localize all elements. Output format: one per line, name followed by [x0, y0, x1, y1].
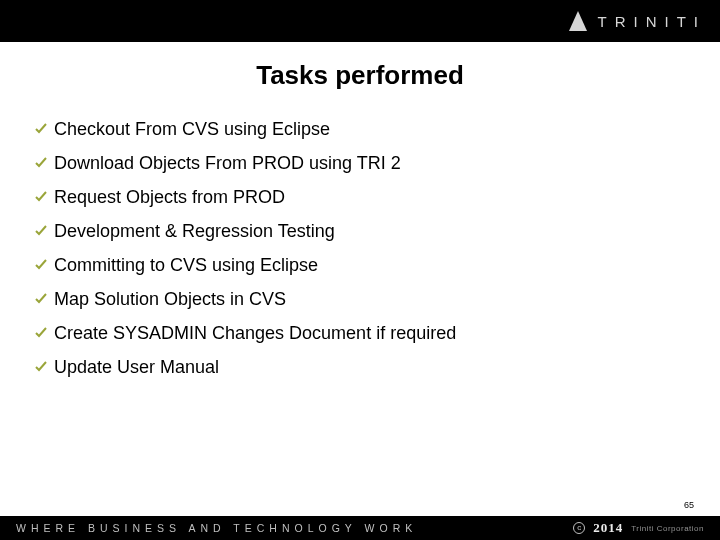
list-item: Checkout From CVS using Eclipse: [34, 118, 686, 140]
check-icon: [34, 256, 48, 274]
footer-tagline: WHERE BUSINESS AND TECHNOLOGY WORK: [16, 522, 417, 534]
brand-triangle-icon: [568, 9, 588, 33]
check-icon: [34, 120, 48, 138]
list-item-text: Download Objects From PROD using TRI 2: [54, 152, 401, 174]
footer-bar: WHERE BUSINESS AND TECHNOLOGY WORK c 201…: [0, 516, 720, 540]
check-icon: [34, 188, 48, 206]
list-item: Development & Regression Testing: [34, 220, 686, 242]
list-item: Download Objects From PROD using TRI 2: [34, 152, 686, 174]
task-list: Checkout From CVS using Eclipse Download…: [34, 118, 686, 390]
copyright-icon: c: [573, 522, 585, 534]
footer-year: 2014: [593, 520, 623, 536]
list-item: Request Objects from PROD: [34, 186, 686, 208]
svg-marker-0: [569, 11, 587, 31]
list-item-text: Map Solution Objects in CVS: [54, 288, 286, 310]
brand: TRINITI: [568, 0, 707, 42]
check-icon: [34, 222, 48, 240]
list-item-text: Create SYSADMIN Changes Document if requ…: [54, 322, 456, 344]
list-item: Create SYSADMIN Changes Document if requ…: [34, 322, 686, 344]
check-icon: [34, 324, 48, 342]
list-item: Committing to CVS using Eclipse: [34, 254, 686, 276]
list-item-text: Update User Manual: [54, 356, 219, 378]
slide: TRINITI Tasks performed Checkout From CV…: [0, 0, 720, 540]
list-item-text: Committing to CVS using Eclipse: [54, 254, 318, 276]
footer-right: c 2014 Triniti Corporation: [573, 520, 704, 536]
check-icon: [34, 154, 48, 172]
list-item: Map Solution Objects in CVS: [34, 288, 686, 310]
list-item: Update User Manual: [34, 356, 686, 378]
copyright-symbol: c: [577, 524, 581, 532]
slide-title: Tasks performed: [0, 60, 720, 91]
list-item-text: Development & Regression Testing: [54, 220, 335, 242]
list-item-text: Request Objects from PROD: [54, 186, 285, 208]
brand-name: TRINITI: [598, 13, 707, 30]
check-icon: [34, 290, 48, 308]
footer-corp: Triniti Corporation: [631, 524, 704, 533]
list-item-text: Checkout From CVS using Eclipse: [54, 118, 330, 140]
page-number: 65: [684, 500, 694, 510]
header-bar: TRINITI: [0, 0, 720, 42]
check-icon: [34, 358, 48, 376]
